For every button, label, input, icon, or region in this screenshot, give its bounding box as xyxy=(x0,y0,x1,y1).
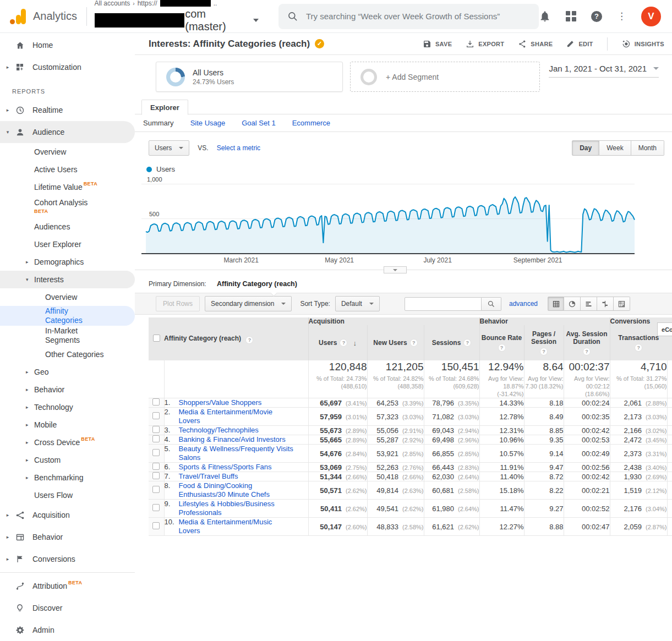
granularity-month-button[interactable]: Month xyxy=(631,140,664,156)
column-header-avg-session-duration[interactable]: Avg. Session Duration ? xyxy=(564,325,610,360)
sidebar-item-affinity-categories[interactable]: Affinity Categories xyxy=(0,306,135,326)
affinity-category-link[interactable]: Travel/Travel Buffs xyxy=(179,472,238,481)
expand-arrow-icon[interactable]: ▸ xyxy=(5,64,10,70)
row-checkbox[interactable] xyxy=(152,463,160,470)
sidebar-item-lifetime-value[interactable]: Lifetime Value BETA xyxy=(0,178,135,196)
row-checkbox[interactable] xyxy=(152,486,160,493)
chevron-down-icon[interactable] xyxy=(253,19,259,22)
expand-arrow-icon[interactable]: ▸ xyxy=(26,259,31,265)
expand-arrow-icon[interactable]: ▸ xyxy=(26,422,31,428)
affinity-category-link[interactable]: Media & Entertainment/Movie Lovers xyxy=(179,408,294,425)
segment-all-users[interactable]: All Users 24.73% Users xyxy=(156,62,343,92)
row-checkbox[interactable] xyxy=(152,449,160,456)
sidebar-item-audience[interactable]: ▾ Audience xyxy=(0,121,135,143)
analytics-logo[interactable]: Analytics xyxy=(0,8,85,25)
insights-button[interactable]: INSIGHTS xyxy=(621,39,664,48)
secondary-dimension-dropdown[interactable]: Secondary dimension xyxy=(205,296,292,311)
share-button[interactable]: SHARE xyxy=(518,40,553,48)
sidebar-item-cohort-analysis[interactable]: Cohort Analysis BETA xyxy=(0,196,135,218)
row-checkbox[interactable] xyxy=(152,426,160,433)
performance-view-button[interactable] xyxy=(581,297,597,311)
affinity-category-link[interactable]: Banking & Finance/Avid Investors xyxy=(179,435,286,444)
affinity-category-link[interactable]: Shoppers/Value Shoppers xyxy=(179,398,262,407)
help-icon[interactable]: ? xyxy=(591,11,602,22)
column-header-new-users[interactable]: New Users ? xyxy=(367,325,424,360)
global-search[interactable] xyxy=(278,4,539,29)
ecommerce-goal-select[interactable]: eCo xyxy=(657,322,672,336)
sidebar-item-demographics[interactable]: ▸ Demographics xyxy=(0,253,135,271)
tab-explorer[interactable]: Explorer xyxy=(141,100,188,115)
column-header-users[interactable]: Users ? ↓ xyxy=(308,325,367,360)
sidebar-item-benchmarking[interactable]: ▸ Benchmarking xyxy=(0,469,135,486)
sidebar-item-realtime[interactable]: ▸ Realtime xyxy=(0,99,135,121)
help-icon[interactable]: ? xyxy=(410,339,418,347)
affinity-category-link[interactable]: Media & Entertainment/Music Lovers xyxy=(179,518,294,535)
percentage-view-button[interactable] xyxy=(564,297,581,311)
sidebar-item-acquisition[interactable]: ▸ Acquisition xyxy=(0,504,135,526)
help-icon[interactable]: ? xyxy=(463,339,471,347)
help-icon[interactable]: ? xyxy=(340,339,347,347)
sidebar-item-behavior[interactable]: ▸ Behavior xyxy=(0,526,135,548)
comparison-view-button[interactable] xyxy=(597,297,614,311)
granularity-week-button[interactable]: Week xyxy=(599,140,631,156)
dimension-header[interactable]: Affinity Category (reach) ? xyxy=(164,317,308,360)
sidebar-item-cross-device[interactable]: ▸ Cross Device BETA xyxy=(0,434,135,451)
export-button[interactable]: EXPORT xyxy=(466,40,504,48)
help-icon[interactable]: ? xyxy=(245,336,253,344)
expand-arrow-icon[interactable]: ▸ xyxy=(5,556,10,562)
sidebar-item-interests-overview[interactable]: Overview xyxy=(0,288,135,306)
sidebar-item-in-market-segments[interactable]: In-Market Segments xyxy=(0,326,135,346)
affinity-category-link[interactable]: Beauty & Wellness/Frequently Visits Salo… xyxy=(179,445,294,462)
expand-arrow-icon[interactable]: ▸ xyxy=(26,475,31,480)
sidebar-item-home[interactable]: Home xyxy=(0,34,135,56)
expand-arrow-icon[interactable]: ▸ xyxy=(5,534,10,540)
sidebar-item-custom[interactable]: ▸ Custom xyxy=(0,451,135,469)
select-a-metric-link[interactable]: Select a metric xyxy=(217,144,260,152)
add-segment-button[interactable]: + Add Segment xyxy=(350,62,540,92)
subtab-summary[interactable]: Summary xyxy=(143,119,174,127)
kebab-menu-icon[interactable]: ⋮ xyxy=(617,12,626,21)
chart-collapse-handle[interactable] xyxy=(384,266,407,273)
expand-arrow-icon[interactable]: ▸ xyxy=(26,369,31,375)
sort-type-dropdown[interactable]: Default xyxy=(335,296,380,311)
sidebar-item-other-categories[interactable]: Other Categories xyxy=(0,346,135,363)
metric-dropdown[interactable]: Users xyxy=(149,140,189,156)
property-name[interactable]: com (master) xyxy=(185,8,248,33)
plot-rows-button[interactable]: Plot Rows xyxy=(156,296,200,311)
table-search-button[interactable] xyxy=(482,297,501,311)
sidebar-item-audience-behavior[interactable]: ▸ Behavior xyxy=(0,381,135,398)
sidebar-item-interests[interactable]: ▾ Interests xyxy=(0,271,135,288)
date-range-picker[interactable]: Jan 1, 2021 - Oct 31, 2021 xyxy=(549,64,659,78)
advanced-search-link[interactable]: advanced xyxy=(509,300,538,308)
sidebar-item-technology[interactable]: ▸ Technology xyxy=(0,398,135,416)
affinity-category-link[interactable]: Sports & Fitness/Sports Fans xyxy=(179,463,272,472)
help-icon[interactable]: ? xyxy=(583,348,591,355)
expand-arrow-icon[interactable]: ▸ xyxy=(26,404,31,410)
sidebar-item-attribution[interactable]: Attribution BETA xyxy=(0,575,135,597)
google-apps-grid-icon[interactable] xyxy=(566,11,576,21)
primary-dimension-value[interactable]: Affinity Category (reach) xyxy=(217,280,297,288)
sidebar-item-admin[interactable]: Admin xyxy=(0,619,135,641)
sidebar-item-user-explorer[interactable]: User Explorer xyxy=(0,235,135,253)
subtab-site-usage[interactable]: Site Usage xyxy=(190,119,226,127)
collapse-arrow-icon[interactable]: ▾ xyxy=(26,277,31,282)
avatar[interactable]: V xyxy=(641,7,661,26)
sidebar-item-conversions[interactable]: ▸ Conversions xyxy=(0,548,135,570)
expand-arrow-icon[interactable]: ▸ xyxy=(5,512,10,518)
column-header-pages-session[interactable]: Pages / Session ? xyxy=(524,325,564,360)
row-checkbox[interactable] xyxy=(152,504,160,511)
notifications-bell-icon[interactable] xyxy=(539,10,551,23)
account-breadcrumb[interactable]: All accounts › https:// .. com (master) xyxy=(95,0,259,33)
affinity-category-link[interactable]: Technology/Technophiles xyxy=(179,426,259,435)
sidebar-item-audience-overview[interactable]: Overview xyxy=(0,143,135,161)
sidebar-item-customization[interactable]: ▸ Customization xyxy=(0,56,135,78)
data-view-button[interactable] xyxy=(548,297,564,311)
sidebar-item-audiences[interactable]: Audiences xyxy=(0,218,135,235)
granularity-day-button[interactable]: Day xyxy=(572,140,599,156)
help-icon[interactable]: ? xyxy=(635,344,642,352)
table-search-input[interactable] xyxy=(405,297,482,311)
expand-arrow-icon[interactable]: ▸ xyxy=(5,107,10,113)
expand-arrow-icon[interactable]: ▸ xyxy=(26,387,31,392)
sidebar-item-users-flow[interactable]: Users Flow xyxy=(0,486,135,504)
help-icon[interactable]: ? xyxy=(540,348,548,355)
